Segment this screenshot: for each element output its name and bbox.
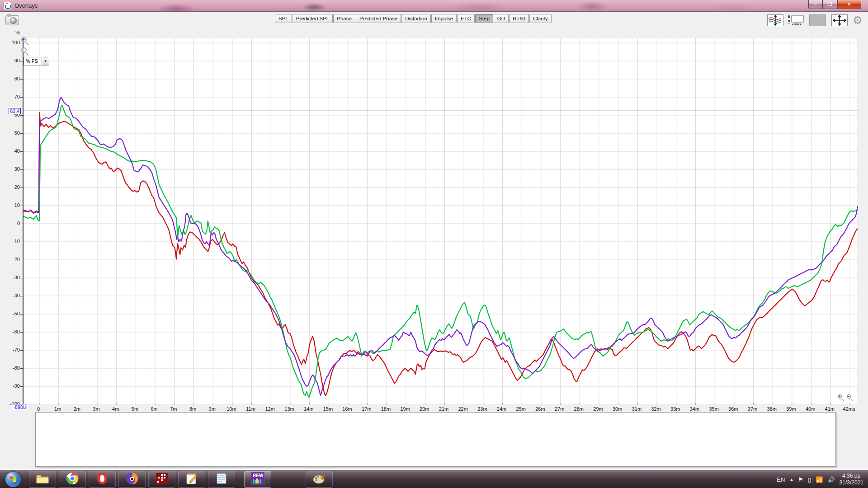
x-tick-label: 15m bbox=[323, 406, 333, 412]
y-tick bbox=[20, 133, 23, 134]
pan-icon[interactable] bbox=[831, 14, 848, 26]
minimize-button[interactable]: – bbox=[808, 0, 822, 9]
graph-tabs: SPLPredicted SPLPhasePredicted PhaseDist… bbox=[275, 14, 552, 23]
tab-step[interactable]: Step bbox=[475, 14, 493, 23]
restore-button[interactable]: ❐ bbox=[822, 0, 837, 9]
zoom-out-small-icon[interactable]: − bbox=[846, 394, 854, 401]
tab-predicted-spl[interactable]: Predicted SPL bbox=[292, 14, 333, 23]
x-tick-label: 26m bbox=[535, 406, 545, 412]
y-tick bbox=[20, 79, 23, 80]
x-tick-label: 14m bbox=[304, 406, 313, 412]
taskbar-rew-icon[interactable]: REW bbox=[244, 471, 271, 488]
taskbar-chrome-icon[interactable] bbox=[59, 471, 86, 488]
x-tick-label: 7m bbox=[170, 406, 177, 412]
tab-predicted-phase[interactable]: Predicted Phase bbox=[356, 14, 401, 23]
x-tick-label: 4m bbox=[112, 406, 119, 412]
chart-plot-area[interactable] bbox=[23, 38, 857, 404]
cursor-x-value: -890u bbox=[12, 404, 27, 410]
x-tick-label: 37m bbox=[748, 406, 757, 412]
legend-panel bbox=[35, 412, 836, 467]
y-tick bbox=[20, 296, 23, 296]
y-tick bbox=[20, 224, 23, 224]
x-tick-label: 23m bbox=[477, 406, 487, 412]
java-app-icon bbox=[3, 2, 11, 10]
x-tick-label: 27m bbox=[555, 406, 564, 412]
capture-icon[interactable] bbox=[5, 15, 19, 25]
unit-selector[interactable]: % FS ▼ bbox=[24, 57, 49, 66]
y-tick-label: 50 bbox=[0, 130, 20, 136]
taskbar: REW EN ▲ ⚑ ▯ 📶 🔊 4:36 μμ 31/3/2021 bbox=[0, 470, 868, 488]
window-title: Overlays bbox=[14, 2, 38, 9]
toolbar: SPLPredicted SPLPhasePredicted PhaseDist… bbox=[0, 12, 868, 26]
x-tick-label: 42ms bbox=[843, 406, 855, 412]
taskbar-pixel-app-icon[interactable] bbox=[148, 471, 175, 488]
x-tick-label: 16m bbox=[342, 406, 352, 412]
taskbar-explorer-icon[interactable] bbox=[29, 471, 56, 488]
taskbar-notepad-icon[interactable] bbox=[208, 471, 235, 488]
x-tick-label: 30m bbox=[613, 406, 622, 412]
y-tick-label: -90 bbox=[0, 383, 20, 389]
flag-icon[interactable]: ⚑ bbox=[798, 476, 803, 483]
tab-gd[interactable]: GD bbox=[494, 14, 509, 23]
y-tick bbox=[20, 332, 23, 333]
gear-icon[interactable]: ⚙ bbox=[852, 14, 863, 26]
x-tick-label: 2m bbox=[74, 406, 80, 412]
taskbar-palette-icon[interactable] bbox=[306, 471, 333, 488]
x-tick-label: 32m bbox=[651, 406, 660, 412]
x-tick-label: 3m bbox=[93, 406, 99, 412]
x-tick-label: 35m bbox=[709, 406, 718, 412]
x-tick-label: 21m bbox=[439, 406, 448, 412]
unit-selector-dropdown-icon[interactable]: ▼ bbox=[42, 57, 49, 65]
tray-time: 4:36 μμ bbox=[840, 473, 863, 479]
step-response-chart bbox=[24, 38, 858, 404]
clock[interactable]: 4:36 μμ 31/3/2021 bbox=[840, 473, 866, 486]
y-tick-label: -20 bbox=[0, 257, 20, 262]
tab-impulse[interactable]: Impulse bbox=[431, 14, 457, 23]
x-tick-label: 22m bbox=[458, 406, 467, 412]
x-tick-label: 33m bbox=[670, 406, 680, 412]
zoom-in-icon[interactable]: + bbox=[21, 37, 30, 46]
traces-scale-icon[interactable] bbox=[767, 14, 783, 26]
taskbar-notes-icon[interactable] bbox=[178, 471, 205, 488]
y-tick bbox=[20, 115, 23, 116]
battery-icon[interactable]: ▯ bbox=[808, 476, 811, 483]
y-tick bbox=[20, 260, 23, 260]
language-indicator[interactable]: EN bbox=[777, 476, 785, 483]
volume-icon[interactable]: 🔊 bbox=[827, 476, 835, 483]
y-tick-label: 90 bbox=[0, 58, 20, 63]
y-tick-label: 100 bbox=[0, 40, 20, 45]
x-tick-label: 38m bbox=[767, 406, 777, 412]
taskbar-purple-browser-icon[interactable] bbox=[118, 471, 146, 488]
tab-spl[interactable]: SPL bbox=[275, 14, 292, 23]
spectrogram-icon[interactable] bbox=[809, 14, 826, 26]
zoom-in-small-icon[interactable]: + bbox=[837, 394, 844, 401]
system-tray: EN ▲ ⚑ ▯ 📶 🔊 4:36 μμ 31/3/2021 bbox=[777, 470, 866, 488]
x-tick-label: 5m bbox=[132, 406, 138, 412]
tab-distortion[interactable]: Distortion bbox=[401, 14, 431, 23]
tab-etc[interactable]: ETC bbox=[457, 14, 475, 23]
close-button[interactable]: ✕ bbox=[837, 0, 861, 9]
y-tick-label: 20 bbox=[0, 184, 20, 190]
taskbar-opera-icon[interactable] bbox=[89, 471, 116, 488]
x-tick-label: 40m bbox=[806, 406, 815, 412]
x-tick-label: 24m bbox=[497, 406, 506, 412]
x-tick-label: 19m bbox=[400, 406, 410, 412]
start-button[interactable] bbox=[5, 472, 21, 487]
cursor-y-value: 62,4 bbox=[9, 108, 21, 114]
limits-icon[interactable] bbox=[787, 14, 803, 26]
y-tick bbox=[20, 151, 23, 152]
network-icon[interactable]: 📶 bbox=[816, 476, 823, 483]
tab-rt60[interactable]: RT60 bbox=[509, 14, 529, 23]
zoom-out-icon[interactable]: − bbox=[21, 47, 30, 56]
x-tick-label: 39m bbox=[786, 406, 796, 412]
y-tick bbox=[20, 61, 23, 61]
y-tick-label: -40 bbox=[0, 293, 20, 298]
x-tick-label: 10m bbox=[226, 406, 236, 412]
tab-phase[interactable]: Phase bbox=[333, 14, 355, 23]
title-bar: Overlays – ❐ ✕ bbox=[0, 0, 868, 12]
tray-chevron-icon[interactable]: ▲ bbox=[789, 477, 793, 482]
x-tick-label: 9m bbox=[209, 406, 216, 412]
tray-date: 31/3/2021 bbox=[840, 479, 863, 486]
x-tick-label: 25m bbox=[516, 406, 526, 412]
tab-clarity[interactable]: Clarity bbox=[529, 14, 552, 23]
